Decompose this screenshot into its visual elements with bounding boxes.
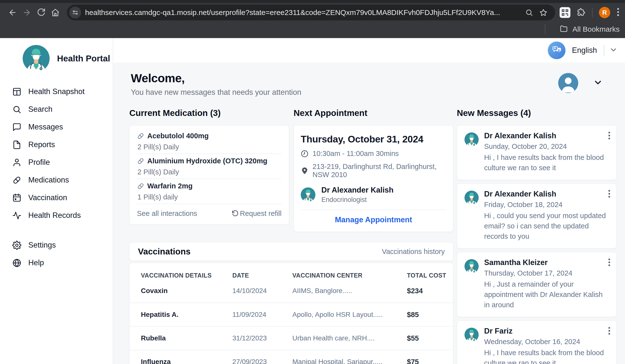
message-item[interactable]: Dr Fariz Wednesday, October 16, 2024 Hi … bbox=[457, 321, 617, 364]
see-all-interactions-link[interactable]: See all interactions bbox=[137, 210, 197, 218]
kebab-menu-icon bbox=[608, 258, 611, 266]
qr-extension-button[interactable] bbox=[560, 7, 570, 18]
sidebar-item-settings[interactable]: Settings bbox=[0, 236, 113, 254]
sidebar-item-label: Reports bbox=[28, 140, 55, 149]
medication-title: Current Medication (3) bbox=[129, 108, 289, 118]
request-refill-label: Request refill bbox=[240, 210, 281, 218]
sidebar-item-search[interactable]: Search bbox=[0, 100, 113, 118]
vaccinations-title: Vaccinations bbox=[138, 247, 190, 256]
browser-profile-avatar[interactable]: R bbox=[599, 7, 610, 18]
message-menu-button[interactable] bbox=[608, 131, 611, 141]
home-button[interactable] bbox=[48, 5, 62, 20]
browser-window: healthservices.camdgc-qa1.mosip.net/user… bbox=[0, 0, 625, 364]
message-menu-button[interactable] bbox=[608, 327, 611, 336]
appointment-column: Next Appointment Thursday, October 31, 2… bbox=[294, 108, 453, 232]
medication-item: Warfarin 2mg 1 Pill(s) daily bbox=[137, 179, 281, 204]
user-avatar[interactable] bbox=[558, 73, 578, 93]
vaccine-cost: $234 bbox=[407, 287, 453, 295]
back-button[interactable] bbox=[5, 5, 20, 20]
arrow-left-icon bbox=[8, 8, 17, 17]
message-menu-button[interactable] bbox=[608, 258, 611, 267]
manage-appointment-link[interactable]: Manage Appointment bbox=[301, 210, 446, 226]
sidebar-item-label: Health Snapshot bbox=[28, 87, 85, 96]
zoom-button[interactable] bbox=[524, 7, 534, 18]
message-date: Sunday, October 20, 2024 bbox=[484, 142, 610, 151]
sidebar-item-profile[interactable]: Profile bbox=[0, 154, 113, 171]
sidebar-item-label: Messages bbox=[28, 123, 63, 131]
sidebar-item-messages[interactable]: Messages bbox=[0, 118, 113, 136]
all-bookmarks-label[interactable]: All Bookmarks bbox=[572, 25, 620, 33]
forward-button[interactable] bbox=[20, 5, 34, 20]
sidebar-item-health-records[interactable]: Health Records bbox=[0, 207, 113, 224]
doctor-name: Dr Alexander Kalish bbox=[321, 186, 393, 195]
medication-card: Acebutolol 400mg 2 Pill(s) Daily Alumini… bbox=[129, 125, 289, 225]
address-bar[interactable]: healthservices.camdgc-qa1.mosip.net/user… bbox=[67, 5, 555, 20]
appointment-time-row: 10:30am - 11:00am 30mins bbox=[301, 150, 446, 158]
sidebar-item-help[interactable]: Help bbox=[0, 254, 113, 272]
table-row[interactable]: Covaxin 14/10/2024 AIIMS, Banglore..... … bbox=[129, 279, 453, 303]
extensions-button[interactable] bbox=[577, 8, 586, 17]
browser-menu-button[interactable] bbox=[617, 8, 620, 17]
kebab-menu-icon bbox=[617, 8, 620, 16]
sidebar-item-label: Health Records bbox=[28, 211, 81, 220]
vaccine-date: 27/09/2023 bbox=[232, 358, 292, 364]
medication-dose: 2 Pill(s) Daily bbox=[137, 168, 281, 176]
message-body: Hi , I have results back from the blood … bbox=[484, 348, 610, 364]
sidebar-item-label: Vaccination bbox=[28, 193, 67, 202]
message-item[interactable]: Dr Alexander Kalish Friday, October 18, … bbox=[457, 183, 617, 249]
message-item[interactable]: Dr Alexander Kalish Sunday, October 20, … bbox=[457, 125, 617, 180]
reload-icon bbox=[37, 8, 45, 17]
sidebar-item-reports[interactable]: Reports bbox=[0, 136, 113, 154]
toolbar-right: R bbox=[560, 7, 620, 18]
column-header: VACCINATION DETAILS bbox=[141, 272, 232, 279]
gear-icon bbox=[12, 241, 21, 250]
appointment-address: 213-219, Darlinghurst Rd, Darlinghurst, … bbox=[312, 163, 446, 179]
site-info-button[interactable] bbox=[69, 7, 81, 18]
vaccine-cost: $75 bbox=[407, 358, 453, 364]
vaccinations-history-link[interactable]: Vaccinations history bbox=[382, 248, 445, 256]
chevron-down-icon[interactable] bbox=[604, 46, 618, 55]
url-text[interactable]: healthservices.camdgc-qa1.mosip.net/user… bbox=[85, 8, 520, 17]
activity-icon bbox=[12, 211, 21, 220]
calendar-icon bbox=[12, 193, 21, 202]
vaccine-name: Hepatitis A. bbox=[141, 311, 232, 319]
kebab-menu-icon bbox=[608, 131, 611, 140]
table-row[interactable]: Hepatitis A. 11/09/2024 Apollo, Apollo H… bbox=[129, 303, 453, 326]
sender-avatar bbox=[465, 259, 479, 273]
medication-column: Current Medication (3) Acebutolol 400mg … bbox=[129, 108, 289, 232]
browser-toolbar: healthservices.camdgc-qa1.mosip.net/user… bbox=[0, 3, 625, 22]
message-sender: Dr Alexander Kalish bbox=[484, 190, 610, 198]
sidebar-item-medications[interactable]: Medications bbox=[0, 171, 113, 189]
file-icon bbox=[12, 140, 21, 149]
vaccinations-header: Vaccinations Vaccinations history bbox=[129, 242, 453, 261]
folder-icon bbox=[560, 25, 568, 33]
column-header: VACCINATION CENTER bbox=[292, 272, 407, 279]
medication-dose: 2 Pill(s) Daily bbox=[137, 143, 281, 151]
message-item[interactable]: Samantha Kleizer Thursday, October 17, 2… bbox=[457, 252, 617, 317]
globe-icon bbox=[12, 258, 21, 267]
table-row[interactable]: Influenza 27/09/2023 Manipal Hospital, S… bbox=[129, 350, 453, 364]
sidebar-nav: Health Snapshot Search Messages Reports … bbox=[0, 83, 113, 224]
medication-name: Acebutolol 400mg bbox=[147, 132, 209, 140]
language-selector[interactable]: English bbox=[548, 42, 618, 59]
message-menu-button[interactable] bbox=[608, 190, 611, 199]
bookmark-star-button[interactable] bbox=[538, 7, 549, 18]
user-menu[interactable] bbox=[558, 73, 603, 93]
all-bookmarks-button[interactable] bbox=[560, 25, 568, 34]
vaccine-center: Manipal Hospital, Sarjapur..... bbox=[292, 358, 407, 364]
pill-icon bbox=[137, 182, 144, 190]
reload-button[interactable] bbox=[34, 5, 48, 20]
chevron-down-icon[interactable] bbox=[593, 78, 603, 88]
vaccine-cost: $55 bbox=[407, 334, 453, 342]
request-refill-button[interactable]: Request refill bbox=[232, 210, 281, 218]
toolbar-separator bbox=[592, 8, 593, 17]
appointment-location-row: 213-219, Darlinghurst Rd, Darlinghurst, … bbox=[301, 163, 446, 179]
sidebar-item-health-snapshot[interactable]: Health Snapshot bbox=[0, 83, 113, 100]
vaccine-date: 11/09/2024 bbox=[232, 311, 292, 319]
table-header-row: VACCINATION DETAILS DATE VACCINATION CEN… bbox=[129, 272, 453, 279]
table-row[interactable]: Rubella 31/12/2023 Urban Health care, NR… bbox=[129, 326, 453, 350]
sidebar-footer: Settings Help bbox=[0, 236, 113, 364]
translate-icon bbox=[548, 42, 565, 59]
pill-icon bbox=[137, 157, 144, 165]
sidebar-item-vaccination[interactable]: Vaccination bbox=[0, 189, 113, 207]
